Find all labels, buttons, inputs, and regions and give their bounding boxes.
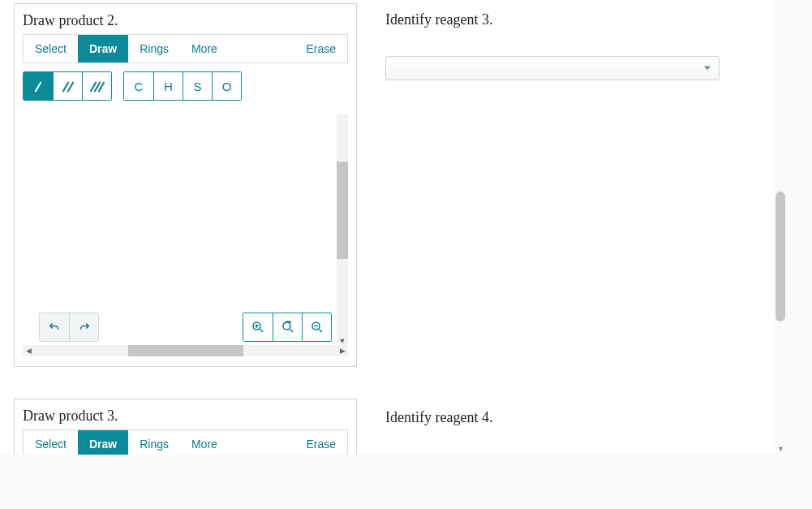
redo-button[interactable]	[69, 313, 98, 341]
zoom-group	[243, 313, 332, 342]
main-scroll: Draw product 2. Select Draw Rings More E…	[0, 0, 775, 455]
tab-erase[interactable]: Erase	[294, 430, 347, 455]
canvas-horizontal-scrollbar[interactable]: ◀ ▶	[23, 345, 348, 356]
panel-title: Draw product 2.	[15, 4, 356, 34]
page-vertical-thumb[interactable]	[775, 192, 785, 321]
atom-o-button[interactable]: O	[212, 72, 241, 100]
double-bond-button[interactable]	[53, 72, 82, 100]
zoom-out-button[interactable]	[302, 313, 331, 341]
zoom-in-button[interactable]	[243, 313, 273, 341]
tabbar: Select Draw Rings More Erase	[23, 429, 348, 455]
draw-product-3-panel: Draw product 3. Select Draw Rings More E…	[14, 399, 357, 455]
tab-more[interactable]: More	[180, 430, 229, 455]
tab-erase[interactable]: Erase	[294, 35, 347, 63]
tab-select[interactable]: Select	[24, 430, 78, 455]
tab-rings[interactable]: Rings	[128, 35, 180, 63]
bond-group	[23, 71, 112, 101]
single-bond-button[interactable]	[24, 72, 53, 100]
page-vertical-scrollbar[interactable]: ▼	[775, 0, 785, 455]
tab-draw[interactable]: Draw	[78, 430, 128, 455]
panel-title: Draw product 3.	[15, 399, 356, 429]
content: Draw product 2. Select Draw Rings More E…	[0, 0, 775, 455]
tab-draw[interactable]: Draw	[78, 35, 128, 63]
canvas-horizontal-thumb[interactable]	[128, 345, 243, 356]
identify-reagent-3-title: Identify reagent 3.	[385, 11, 492, 28]
scroll-right-icon[interactable]: ▶	[337, 345, 348, 356]
zoom-fit-button[interactable]	[273, 313, 302, 341]
scroll-left-icon[interactable]: ◀	[23, 345, 34, 356]
toolrow: C H S O	[15, 63, 356, 101]
tab-more[interactable]: More	[180, 35, 229, 63]
page-scroll-down-icon[interactable]: ▼	[777, 445, 784, 453]
svg-line-7	[319, 329, 322, 332]
reagent-3-select[interactable]	[385, 56, 720, 80]
atom-c-button[interactable]: C	[124, 72, 153, 100]
atom-h-button[interactable]: H	[153, 72, 183, 100]
triple-bond-button[interactable]	[82, 72, 111, 100]
svg-line-5	[290, 329, 293, 332]
tab-select[interactable]: Select	[24, 35, 78, 63]
canvas-vertical-scrollbar[interactable]: ▼	[337, 114, 348, 347]
svg-line-1	[260, 329, 263, 332]
atom-group: C H S O	[123, 71, 242, 101]
undo-button[interactable]	[40, 313, 69, 341]
atom-s-button[interactable]: S	[183, 72, 212, 100]
draw-product-2-panel: Draw product 2. Select Draw Rings More E…	[14, 3, 357, 367]
chevron-down-icon	[704, 67, 711, 71]
identify-reagent-4-title: Identify reagent 4.	[385, 409, 492, 426]
undo-redo-group	[39, 313, 99, 342]
tab-rings[interactable]: Rings	[128, 430, 180, 455]
canvas-vertical-thumb[interactable]	[337, 162, 348, 259]
tabbar: Select Draw Rings More Erase	[23, 34, 348, 63]
